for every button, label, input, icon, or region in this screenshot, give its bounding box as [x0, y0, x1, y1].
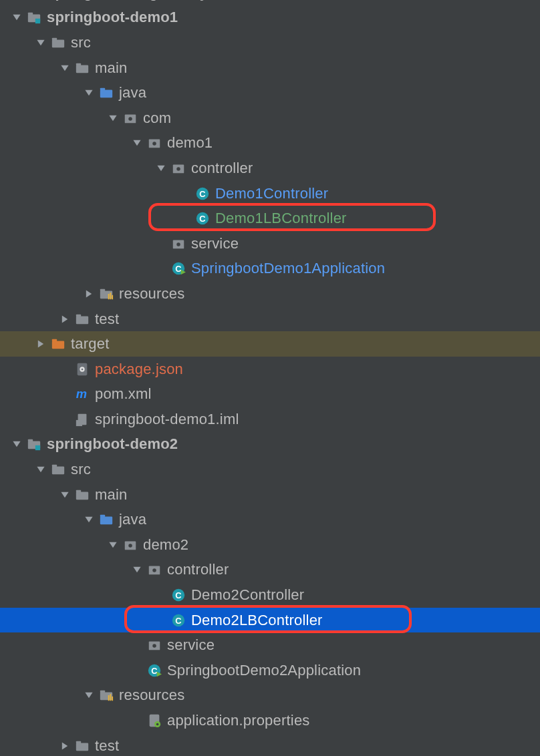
svg-marker-60 — [13, 441, 20, 447]
package-icon — [123, 538, 138, 552]
class-icon: C — [171, 588, 186, 602]
class-icon: C — [195, 211, 210, 226]
collapse-arrow-icon[interactable] — [36, 465, 45, 474]
tree-item[interactable]: m pom.xml — [0, 382, 540, 407]
tree-item-label: pom.xml — [95, 385, 152, 403]
tree-item[interactable]: service — [0, 231, 540, 256]
resources-folder-icon — [99, 287, 114, 301]
collapse-arrow-icon[interactable] — [84, 88, 94, 98]
tree-item[interactable]: C Demo1Controller — [0, 181, 540, 206]
collapse-arrow-icon[interactable] — [60, 63, 70, 73]
tree-item[interactable]: src — [0, 457, 540, 482]
svg-rect-42 — [108, 294, 110, 299]
package-icon — [171, 161, 186, 176]
svg-rect-59 — [76, 420, 82, 426]
tree-item-label: service — [191, 235, 239, 252]
tree-item[interactable]: application.properties — [0, 708, 540, 733]
tree-item[interactable]: demo2 — [0, 532, 540, 558]
tree-item-label: Demo1Controller — [215, 185, 328, 202]
tree-item[interactable]: package.json — [0, 357, 540, 382]
tree-item-label: target — [71, 335, 109, 353]
folder-icon — [75, 312, 90, 327]
svg-point-75 — [128, 544, 132, 548]
svg-rect-97 — [112, 697, 113, 701]
collapse-arrow-icon[interactable] — [156, 164, 166, 173]
tree-item[interactable]: target — [0, 331, 540, 357]
tree-item[interactable]: C SpringbootDemo2Application — [0, 658, 540, 683]
tree-item-label: test — [95, 311, 119, 328]
module-folder-icon — [27, 437, 41, 451]
tree-item[interactable]: controller — [0, 558, 540, 583]
tree-item[interactable]: controller — [0, 156, 540, 181]
tree-item[interactable]: resources — [0, 683, 540, 709]
arrow-spacer — [156, 239, 166, 248]
tree-item-label: java — [119, 84, 146, 102]
tree-item[interactable]: main — [0, 55, 540, 81]
svg-marker-11 — [61, 65, 68, 70]
tree-item[interactable]: src — [0, 30, 540, 55]
collapse-arrow-icon[interactable] — [84, 515, 94, 524]
arrow-spacer — [180, 214, 190, 223]
json-file-icon — [75, 362, 90, 377]
tree-item-label: resources — [119, 285, 184, 303]
class-icon: C — [171, 613, 186, 628]
expand-arrow-icon[interactable] — [36, 339, 45, 349]
svg-point-87 — [152, 644, 156, 648]
tree-item[interactable]: java — [0, 507, 540, 532]
tree-item-label: src — [71, 461, 91, 478]
tree-item-label: SpringbootDemo2Application — [167, 662, 361, 679]
svg-rect-7 — [35, 19, 40, 23]
tree-item[interactable]: com — [0, 106, 540, 131]
project-tree[interactable]: spring_cloud_gateway springboot-demo1 sr… — [0, 0, 540, 756]
collapse-arrow-icon[interactable] — [36, 38, 45, 47]
arrow-spacer — [180, 189, 190, 198]
tree-item-label: demo1 — [167, 134, 213, 152]
tree-item[interactable]: springboot-demo1 — [0, 5, 540, 31]
tree-item[interactable]: main — [0, 482, 540, 508]
iml-file-icon — [75, 412, 90, 427]
expand-arrow-icon[interactable] — [60, 315, 70, 324]
tree-item-label: spring_cloud_gateway — [47, 0, 208, 1]
tree-item[interactable]: C Demo2Controller — [0, 582, 540, 608]
svg-rect-96 — [110, 695, 112, 701]
collapse-arrow-icon[interactable] — [60, 490, 70, 500]
svg-rect-43 — [110, 293, 112, 299]
collapse-arrow-icon[interactable] — [108, 540, 118, 550]
tree-item[interactable]: test — [0, 733, 540, 756]
svg-text:C: C — [199, 214, 205, 224]
arrow-spacer — [156, 590, 166, 600]
tree-item[interactable]: demo1 — [0, 131, 540, 156]
tree-item[interactable]: spring_cloud_gateway — [0, 0, 540, 5]
tree-item[interactable]: resources — [0, 281, 540, 307]
collapse-arrow-icon[interactable] — [84, 691, 94, 700]
tree-item[interactable]: java — [0, 80, 540, 106]
arrow-spacer — [156, 616, 166, 625]
svg-marker-102 — [62, 742, 68, 749]
svg-point-25 — [176, 167, 180, 171]
expand-arrow-icon[interactable] — [60, 741, 70, 751]
tree-item-label: controller — [167, 561, 229, 578]
tree-item[interactable]: C Demo1LBController — [0, 206, 540, 231]
collapse-arrow-icon[interactable] — [12, 439, 21, 449]
expand-arrow-icon[interactable] — [84, 289, 94, 299]
tree-item-label: springboot-demo2 — [47, 435, 178, 453]
tree-item[interactable]: C SpringbootDemo1Application — [0, 256, 540, 282]
collapse-arrow-icon[interactable] — [108, 114, 118, 123]
tree-item[interactable]: test — [0, 307, 540, 332]
svg-marker-17 — [109, 116, 116, 121]
tree-item[interactable]: C Demo2LBController — [0, 608, 540, 633]
svg-marker-23 — [157, 166, 164, 171]
collapse-arrow-icon[interactable] — [132, 138, 142, 148]
tree-item[interactable]: springboot-demo2 — [0, 432, 540, 457]
svg-marker-73 — [109, 542, 116, 548]
collapse-arrow-icon[interactable] — [132, 565, 142, 574]
tree-item-label: src — [71, 34, 91, 51]
svg-marker-8 — [37, 40, 44, 45]
svg-rect-44 — [112, 295, 113, 299]
tree-item[interactable]: springboot-demo1.iml — [0, 407, 540, 432]
collapse-arrow-icon[interactable] — [12, 13, 21, 22]
svg-rect-72 — [100, 517, 112, 525]
svg-text:C: C — [175, 590, 181, 600]
tree-item[interactable]: service — [0, 632, 540, 658]
tree-item-label: springboot-demo1 — [47, 9, 178, 26]
